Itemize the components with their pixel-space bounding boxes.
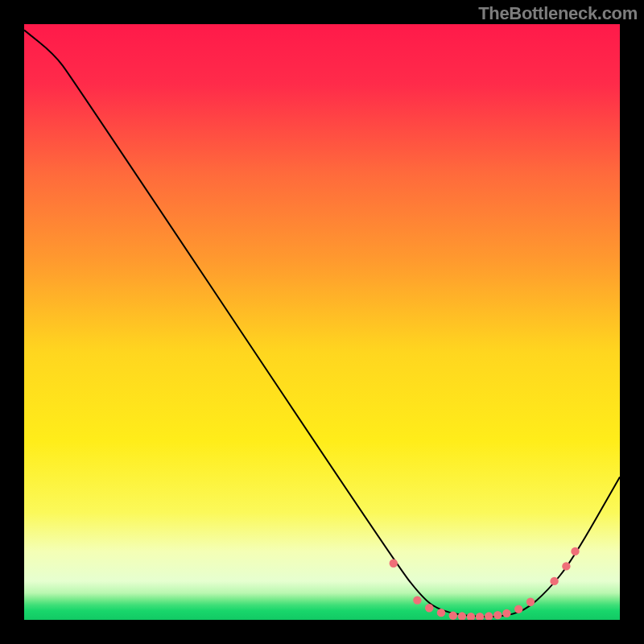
attribution-watermark: TheBottleneck.com: [478, 3, 638, 24]
gradient-background: [24, 24, 620, 620]
curve-marker: [514, 605, 522, 613]
curve-marker: [502, 609, 510, 617]
curve-marker: [550, 577, 558, 585]
curve-marker: [425, 604, 433, 612]
chart-frame: TheBottleneck.com: [0, 0, 644, 644]
plot-area: [24, 24, 620, 620]
curve-marker: [413, 596, 421, 604]
curve-marker: [449, 612, 457, 620]
curve-marker: [437, 609, 445, 617]
curve-marker: [526, 598, 535, 606]
curve-marker: [390, 559, 398, 568]
curve-marker: [493, 611, 502, 619]
curve-marker: [571, 547, 579, 555]
chart-svg: [24, 24, 620, 620]
curve-marker: [562, 562, 570, 570]
